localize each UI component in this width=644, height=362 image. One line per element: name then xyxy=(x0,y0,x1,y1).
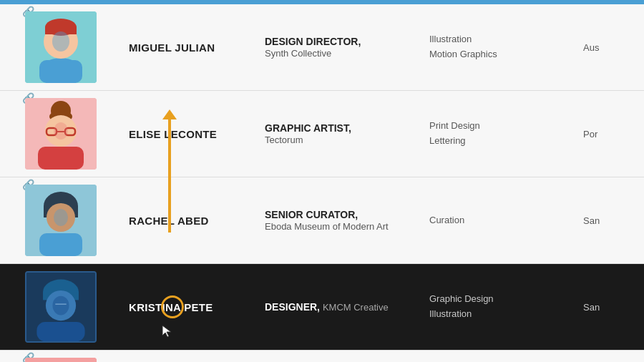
svg-point-20 xyxy=(54,209,68,226)
svg-rect-6 xyxy=(39,60,82,83)
avatar-cell: 🔗 xyxy=(0,351,114,362)
svg-rect-30 xyxy=(25,358,97,362)
table-row[interactable]: 🔗 RACHEL ABED xyxy=(0,177,644,264)
job-title: GRAPHIC ARTIST, xyxy=(265,122,351,134)
avatar-wrapper: 🔗 xyxy=(25,358,97,362)
person-skills: Curation xyxy=(415,206,572,235)
svg-marker-29 xyxy=(162,326,171,337)
avatar-cell: 🔗 xyxy=(0,177,114,263)
person-location: Por xyxy=(572,122,630,147)
skill-1: Curation xyxy=(429,215,464,225)
person-title: SENIOR CURATOR, Eboda Museum of Modern A… xyxy=(250,202,415,239)
svg-rect-15 xyxy=(38,147,84,170)
company: Eboda Museum of Modern Art xyxy=(265,221,389,232)
person-name: RACHEL ABED xyxy=(114,207,250,234)
skill-2: Illustration xyxy=(429,308,472,319)
avatar xyxy=(25,185,97,256)
skill-1: Illustration xyxy=(429,34,472,44)
person-skills: Print Design Lettering xyxy=(415,112,572,156)
avatar xyxy=(25,11,97,83)
table-row-selected[interactable]: → xyxy=(0,264,644,351)
svg-point-26 xyxy=(52,296,69,315)
svg-rect-21 xyxy=(39,233,82,256)
company: Tectorum xyxy=(265,134,303,145)
person-title: DESIGNER, KMCM Creative xyxy=(250,294,415,320)
company-inline: KMCM Creative xyxy=(323,302,389,313)
person-name: KRISTINA PETE xyxy=(114,294,250,321)
avatar-wrapper: 🔗 xyxy=(25,98,97,170)
job-title: SENIOR CURATOR, xyxy=(265,209,358,220)
table-row[interactable]: 🔗 xyxy=(0,4,644,91)
skill-1: Print Design xyxy=(429,120,480,131)
person-location: San xyxy=(572,208,630,233)
person-skills: Illustration Motion Graphics xyxy=(415,25,572,69)
cursor-icon xyxy=(161,324,174,341)
table-row[interactable]: 🔗 xyxy=(0,91,644,177)
skill-2: Lettering xyxy=(429,135,466,146)
avatar-cell xyxy=(0,264,114,350)
avatar xyxy=(25,358,97,362)
company: Synth Collective xyxy=(265,48,331,59)
svg-rect-28 xyxy=(36,322,84,341)
avatar xyxy=(25,98,97,170)
job-title: DESIGN DIRECTOR, xyxy=(265,36,361,47)
person-name: ELISE LeCONTE xyxy=(114,121,250,147)
person-skills: Graphic Design Illustration xyxy=(415,285,572,329)
person-title: GRAPHIC ARTIST, Tectorum xyxy=(250,115,415,152)
person-name: MIGUEL JULIAN xyxy=(114,34,250,61)
person-location: Aus xyxy=(572,35,630,60)
svg-point-14 xyxy=(54,122,68,140)
avatar-cell: 🔗 xyxy=(0,91,114,177)
avatar-cell: 🔗 xyxy=(0,4,114,90)
skill-2: Motion Graphics xyxy=(429,49,497,59)
person-location: San xyxy=(572,295,630,320)
avatar xyxy=(25,271,97,343)
avatar-wrapper xyxy=(25,271,97,343)
job-title: DESIGNER, xyxy=(265,301,320,313)
avatar-wrapper: 🔗 xyxy=(25,185,97,256)
main-table: 🔗 xyxy=(0,0,644,362)
person-title: DESIGN DIRECTOR, Synth Collective xyxy=(250,29,415,66)
skill-1: Graphic Design xyxy=(429,293,494,304)
table-row[interactable]: 🔗 xyxy=(0,351,644,362)
svg-point-5 xyxy=(52,31,69,52)
avatar-wrapper: 🔗 xyxy=(25,11,97,83)
